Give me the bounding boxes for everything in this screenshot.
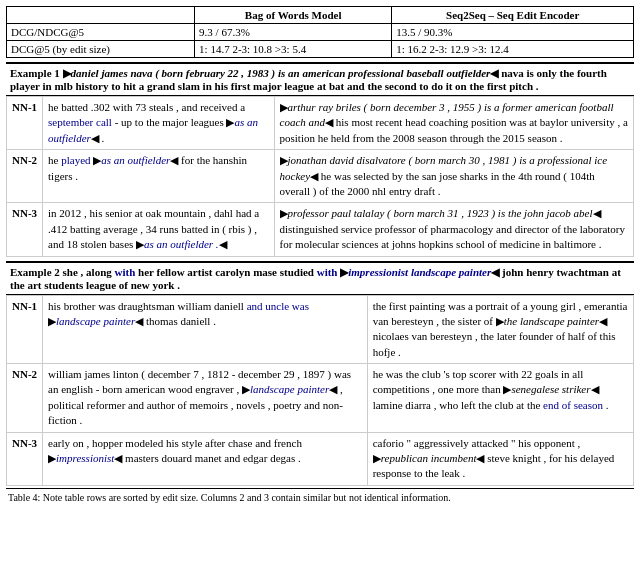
ex2-nn3-label: NN-3	[7, 432, 43, 485]
dcg-ndcg-col1: 9.3 / 67.3%	[195, 24, 392, 41]
ex2-nn1-right: the first painting was a portrait of a y…	[367, 295, 633, 364]
example1-header: Example 1 ▶daniel james nava ( born febr…	[6, 62, 634, 96]
table-row: NN-3 in 2012 , his senior at oak mountai…	[7, 203, 634, 256]
nn2-left: he played ▶as an outfielder◀ for the han…	[43, 150, 274, 203]
ex2-nn1-left: his brother was draughtsman william dani…	[43, 295, 368, 364]
nn1-right: ▶arthur ray briles ( born december 3 , 1…	[274, 97, 633, 150]
dcg5-col2: 1: 16.2 2-3: 12.9 >3: 12.4	[392, 41, 634, 58]
dcg-ndcg-label: DCG/NDCG@5	[7, 24, 195, 41]
table-row: NN-2 william james linton ( december 7 ,…	[7, 364, 634, 433]
ex2-nn2-label: NN-2	[7, 364, 43, 433]
bag-of-words-header: Bag of Words Model	[195, 7, 392, 24]
example2-label: Example 2	[10, 266, 63, 278]
dcg5-col1: 1: 14.7 2-3: 10.8 >3: 5.4	[195, 41, 392, 58]
ex2-nn3-right: caforio " aggressively attacked " his op…	[367, 432, 633, 485]
example1-text: daniel james nava ( born february 22 , 1…	[71, 67, 491, 79]
ex2-nn2-left: william james linton ( december 7 , 1812…	[43, 364, 368, 433]
nn2-right: ▶jonathan david disalvatore ( born march…	[274, 150, 633, 203]
nn3-left: in 2012 , his senior at oak mountain , d…	[43, 203, 274, 256]
example2-table: NN-1 his brother was draughtsman william…	[6, 295, 634, 486]
table-row: NN-1 he batted .302 with 73 steals , and…	[7, 97, 634, 150]
table-row: NN-3 early on , hopper modeled his style…	[7, 432, 634, 485]
dcg-ndcg-col2: 13.5 / 90.3%	[392, 24, 634, 41]
dcg5-label: DCG@5 (by edit size)	[7, 41, 195, 58]
nn3-right: ▶professor paul talalay ( born march 31 …	[274, 203, 633, 256]
empty-header	[7, 7, 195, 24]
table-row: NN-2 he played ▶as an outfielder◀ for th…	[7, 150, 634, 203]
nn1-label: NN-1	[7, 97, 43, 150]
example2-header: Example 2 she , along with her fellow ar…	[6, 261, 634, 295]
ex2-nn3-left: early on , hopper modeled his style afte…	[43, 432, 368, 485]
nn1-left: he batted .302 with 73 steals , and rece…	[43, 97, 274, 150]
nn2-label: NN-2	[7, 150, 43, 203]
seq2seq-header: Seq2Seq – Seq Edit Encoder	[392, 7, 634, 24]
footer-note: Table 4: Note table rows are sorted by e…	[6, 488, 634, 506]
table-row: NN-1 his brother was draughtsman william…	[7, 295, 634, 364]
nn3-label: NN-3	[7, 203, 43, 256]
example1-label: Example 1	[10, 67, 63, 79]
ex2-nn2-right: he was the club 's top scorer with 22 go…	[367, 364, 633, 433]
example1-table: NN-1 he batted .302 with 73 steals , and…	[6, 96, 634, 257]
ex2-nn1-label: NN-1	[7, 295, 43, 364]
header-table: Bag of Words Model Seq2Seq – Seq Edit En…	[6, 6, 634, 58]
